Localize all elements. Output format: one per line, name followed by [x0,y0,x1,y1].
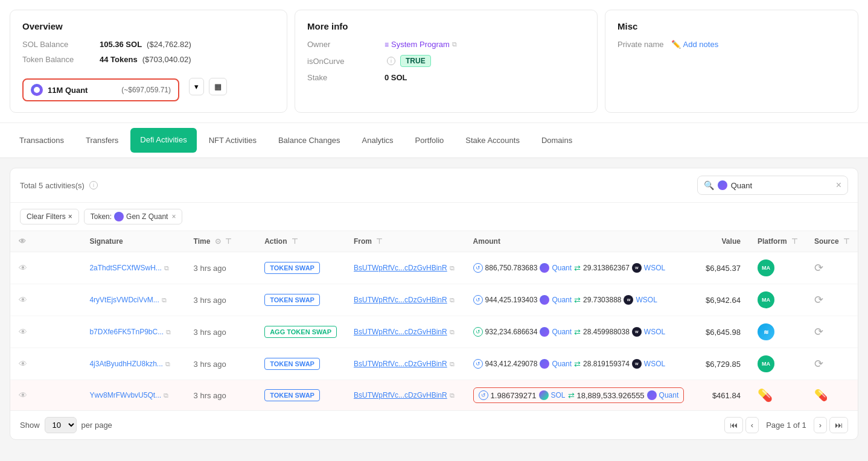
row-eye-icon[interactable]: 👁 [19,327,27,337]
source-filter-icon[interactable]: ⊤ [843,237,849,246]
row-value: $6,729.85 [692,348,749,380]
from-token-link[interactable]: Quant [552,328,572,336]
filter-token-icon [114,212,124,221]
action-filter-icon[interactable]: ⊤ [292,237,298,246]
signature-link[interactable]: b7DXfe6FK5TnP9bC... [89,328,164,336]
table-row: 👁2aThdtSFCXfWSwH...⧉3 hrs agoTOKEN SWAPB… [10,252,858,284]
copy-sig-icon[interactable]: ⧉ [162,296,167,304]
clear-filters-button[interactable]: Clear Filters × [20,209,79,224]
token-selector-icon [31,84,43,96]
stake-label: Stake [307,73,380,82]
total-count-info-icon[interactable]: i [89,181,98,189]
next-page-button[interactable]: › [814,417,827,433]
to-token-icon: W [632,359,642,369]
table-row: 👁Ywv8MrFWvbvU5Qt...⧉3 hrs agoTOKEN SWAPB… [10,380,858,411]
from-amount-num: 944,425.193403 [485,296,538,304]
time-sort-icon[interactable]: ⊙ [215,237,221,246]
copy-from-icon[interactable]: ⧉ [450,264,455,272]
platform-badge: MA [758,259,774,276]
tab-transactions[interactable]: Transactions [10,129,74,153]
col-action-header: Action ⊤ [256,231,345,252]
tab-stake-accounts[interactable]: Stake Accounts [456,129,529,153]
row-value: $461.84 [692,380,749,411]
col-from-header: From ⊤ [345,231,465,252]
copy-from-icon[interactable]: ⧉ [450,392,455,399]
from-token-link[interactable]: Quant [552,296,572,304]
tab-domains[interactable]: Domains [532,129,582,153]
per-page-select[interactable]: 10 25 50 [45,417,77,433]
to-token-link[interactable]: WSOL [636,296,657,304]
calendar-button[interactable]: ▦ [209,78,227,95]
from-token-icon [540,359,549,369]
overview-panel: Overview SOL Balance 105.36 SOL ($24,762… [10,10,287,113]
platform-badge: MA [758,291,774,308]
row-eye-icon[interactable]: 👁 [19,263,27,273]
total-count: Total 5 activities(s) [20,181,85,190]
last-page-button[interactable]: ⏭ [829,417,848,433]
to-amount-num: 28.819159374 [583,360,630,368]
clear-filters-x-icon: × [68,212,72,221]
from-token-link[interactable]: Quant [552,264,572,272]
first-page-button[interactable]: ⏮ [724,417,743,433]
from-address-link[interactable]: BsUTWpRfVc...cDzGvHBinR [354,360,447,368]
copy-sig-icon[interactable]: ⧉ [164,392,168,399]
to-amount-num: 18,889,533.926555 [577,391,645,400]
from-address-link[interactable]: BsUTWpRfVc...cDzGvHBinR [354,328,447,336]
from-address-link[interactable]: BsUTWpRfVc...cDzGvHBinR [354,296,447,304]
copy-from-icon[interactable]: ⧉ [450,360,455,368]
time-filter-icon[interactable]: ⊤ [225,237,231,246]
to-token-link[interactable]: Quant [659,391,679,399]
signature-link[interactable]: 4j3AtByudhHZU8kzh... [89,360,162,368]
action-badge: AGG TOKEN SWAP [264,326,337,338]
swap-arrow-icon: ⇄ [574,328,581,337]
to-token-link[interactable]: WSOL [644,360,665,368]
signature-link[interactable]: 2aThdtSFCXfWSwH... [89,264,161,272]
filter-token-remove[interactable]: × [171,212,176,221]
token-selector[interactable]: 11M Quant (~$697,059.71) [22,78,179,101]
tab-transfers[interactable]: Transfers [76,129,128,153]
row-eye-icon[interactable]: 👁 [19,295,27,305]
moreinfo-title: More info [307,21,585,31]
from-address-link[interactable]: BsUTWpRfVc...cDzGvHBinR [354,391,447,399]
search-clear-icon[interactable]: × [836,180,841,191]
edit-icon: ✏️ [671,40,681,49]
from-token-icon [540,295,549,305]
isoncurve-info-icon[interactable]: i [387,57,395,65]
platform-filter-icon[interactable]: ⊤ [791,237,797,246]
source-icon: ⟳ [814,262,823,274]
swap-arrow-icon: ⇄ [574,296,581,305]
row-eye-icon[interactable]: 👁 [19,359,27,369]
calendar-icon: ▦ [214,82,222,91]
table-row: 👁4ryVtEjsVWDciVvM...⧉3 hrs agoTOKEN SWAP… [10,284,858,316]
row-eye-icon[interactable]: 👁 [19,390,27,400]
copy-program-icon[interactable]: ⧉ [452,40,457,48]
signature-link[interactable]: 4ryVtEjsVWDciVvM... [89,296,159,304]
to-token-link[interactable]: WSOL [644,264,665,272]
signature-link[interactable]: Ywv8MrFWvbvU5Qt... [89,391,161,399]
tab-nft-activities[interactable]: NFT Activities [199,129,266,153]
copy-sig-icon[interactable]: ⧉ [165,360,170,368]
copy-sig-icon[interactable]: ⧉ [166,328,171,336]
from-token-link[interactable]: SOL [551,391,566,399]
tab-portfolio[interactable]: Portfolio [406,129,454,153]
from-filter-icon[interactable]: ⊤ [376,237,382,246]
to-token-icon [647,390,657,400]
tab-analytics[interactable]: Analytics [353,129,403,153]
content-area: Total 5 activities(s) i 🔍 × Clear Filter… [0,158,868,450]
tabs-bar: Transactions Transfers Defi Activities N… [0,123,868,158]
add-notes-button[interactable]: ✏️ Add notes [671,40,719,49]
tab-defi-activities[interactable]: Defi Activities [130,128,196,153]
copy-from-icon[interactable]: ⧉ [450,328,455,336]
from-token-link[interactable]: Quant [552,360,572,368]
tab-balance-changes[interactable]: Balance Changes [269,129,350,153]
copy-sig-icon[interactable]: ⧉ [164,264,169,272]
row-time: 3 hrs ago [185,316,257,348]
to-token-link[interactable]: WSOL [644,328,665,336]
copy-from-icon[interactable]: ⧉ [450,296,455,304]
token-dropdown-button[interactable]: ▾ [189,78,204,95]
system-program-link[interactable]: System Program [391,40,450,49]
from-address-link[interactable]: BsUTWpRfVc...cDzGvHBinR [354,264,447,272]
prev-page-button[interactable]: ‹ [745,417,759,433]
search-input[interactable] [731,181,832,190]
to-token-icon: W [624,295,633,305]
